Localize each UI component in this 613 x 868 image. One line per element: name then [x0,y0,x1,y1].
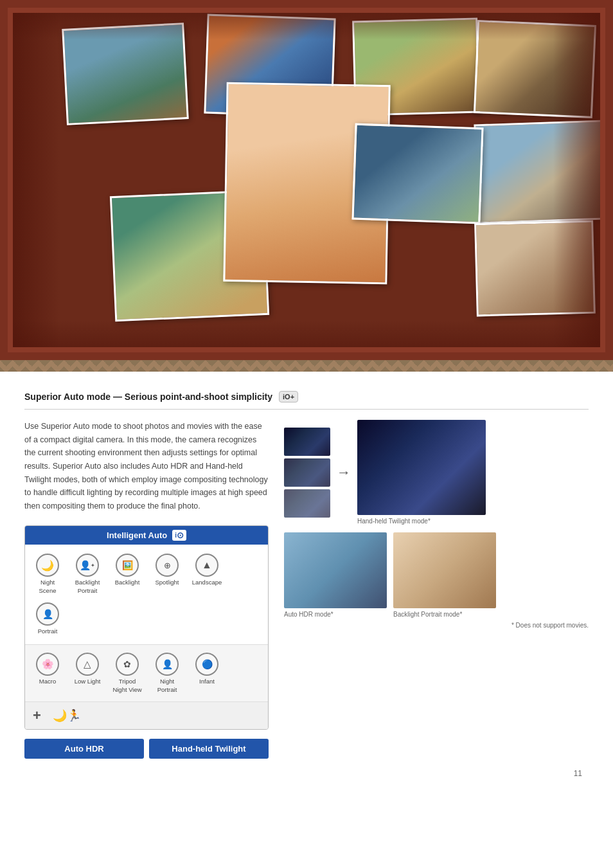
mode-spotlight-label: Spotlight [155,579,179,586]
mode-infant-label: Infant [199,678,215,685]
mode-backlight-label: Backlight [115,579,140,586]
source-img-2 [284,458,330,487]
auto-hdr-button[interactable]: Auto HDR [24,739,144,759]
mode-night-portrait-label: NightPortrait [157,678,177,694]
hdr-image [284,532,387,608]
source-images-stack [284,428,330,518]
mode-low-light-icon: △ [76,653,99,676]
hdr-caption: Auto HDR mode* [284,611,387,618]
mode-low-light: △ Low Light [69,650,106,696]
mode-infant-icon: 🔵 [195,653,218,676]
mode-tripod-night: ✿ TripodNight View [109,650,146,696]
mode-portrait-label: Portrait [38,628,58,635]
twilight-compositing: → Hand-held Twilight mode* [284,420,589,525]
mode-spotlight: ⊕ Spotlight [148,551,186,597]
mode-backlight-icon: 🖼️ [116,554,139,577]
mode-tripod-night-icon: ✿ [116,653,139,676]
collage-frame [8,8,605,352]
section-header: Superior Auto mode — Serious point-and-s… [24,391,589,410]
hdr-image-wrapper: Auto HDR mode* [284,532,387,618]
mode-night-portrait-icon: 👤 [155,653,179,676]
mode-landscape: ▲ Landscape [188,551,226,597]
mode-macro-label: Macro [39,678,56,685]
collage-photo-8 [351,123,483,224]
ia-header-label: Intelligent Auto [107,530,167,540]
collage-photo-1 [62,23,189,125]
compositing-arrow: → [337,464,351,481]
zigzag-divider [0,360,613,372]
content-section: Superior Auto mode — Serious point-and-s… [0,372,613,797]
result-image-wrapper: Hand-held Twilight mode* [357,420,486,525]
mode-macro: 🌸 Macro [29,650,66,696]
mode-backlight: 🖼️ Backlight [109,551,146,597]
mode-backlight-portrait: 👤✦ BacklightPortrait [69,551,106,597]
source-img-3 [284,489,330,518]
hand-held-twilight-button[interactable]: Hand-held Twilight [149,739,269,759]
section-title: Superior Auto mode — Serious point-and-s… [24,392,272,402]
ia-icon-badge: i⊙ [172,530,186,541]
mode-night-portrait: 👤 NightPortrait [148,650,186,696]
mode-landscape-label: Landscape [192,579,222,586]
ia-modes-row2: 🌸 Macro △ Low Light ✿ TripodNight View 👤… [25,645,268,701]
mode-buttons: Auto HDR Hand-held Twilight [24,739,269,759]
mode-macro-icon: 🌸 [36,653,59,676]
ia-header: Intelligent Auto i⊙ [25,526,268,545]
mode-night-scene-icon: 🌙 [36,554,59,577]
mode-landscape-icon: ▲ [195,554,218,577]
description-text: Use Superior Auto mode to shoot photos a… [24,420,269,512]
collage-section [0,0,613,360]
mode-night-scene-label: NightScene [39,579,57,595]
mode-low-light-label: Low Light [75,678,101,685]
backlight-caption: Backlight Portrait mode* [393,611,496,618]
source-img-1 [284,428,330,456]
ia-modes-row1: 🌙 NightScene 👤✦ BacklightPortrait 🖼️ Bac… [25,545,268,645]
backlight-portrait-wrapper: Backlight Portrait mode* [393,532,496,618]
right-column: → Hand-held Twilight mode* Auto HDR mode… [284,420,589,629]
mode-tripod-night-label: TripodNight View [112,678,141,694]
superior-auto-icon: iO+ [279,391,298,402]
mode-infant: 🔵 Infant [188,650,226,696]
footnote-text: * Does not support movies. [284,622,589,629]
mode-portrait-icon: 👤 [36,602,59,626]
mode-backlight-portrait-icon: 👤✦ [76,554,99,577]
page-number: 11 [24,769,589,778]
ia-bottom-icons: + 🌙🏃 [33,707,81,724]
mode-portrait: 👤 Portrait [29,600,66,638]
mode-spotlight-icon: ⊕ [155,554,179,577]
intelligent-auto-box: Intelligent Auto i⊙ 🌙 NightScene 👤✦ Back… [24,525,269,730]
moon-running-icon: 🌙🏃 [53,709,81,723]
main-content: Use Superior Auto mode to shoot photos a… [24,420,589,759]
ia-bottom-row: + 🌙🏃 [25,701,268,729]
backlight-portrait-image [393,532,496,608]
mode-backlight-portrait-label: BacklightPortrait [75,579,100,595]
twilight-result-image [357,420,486,515]
left-column: Use Superior Auto mode to shoot photos a… [24,420,269,759]
mode-night-scene: 🌙 NightScene [29,551,66,597]
ia-icon-camera: ⊙ [177,530,184,540]
collage-photo-4 [474,20,596,118]
collage-photo-9 [474,221,596,317]
twilight-caption: Hand-held Twilight mode* [357,518,486,525]
collage-photo-5 [474,120,605,224]
bottom-images: Auto HDR mode* Backlight Portrait mode* [284,532,589,618]
plus-icon: + [33,707,41,724]
